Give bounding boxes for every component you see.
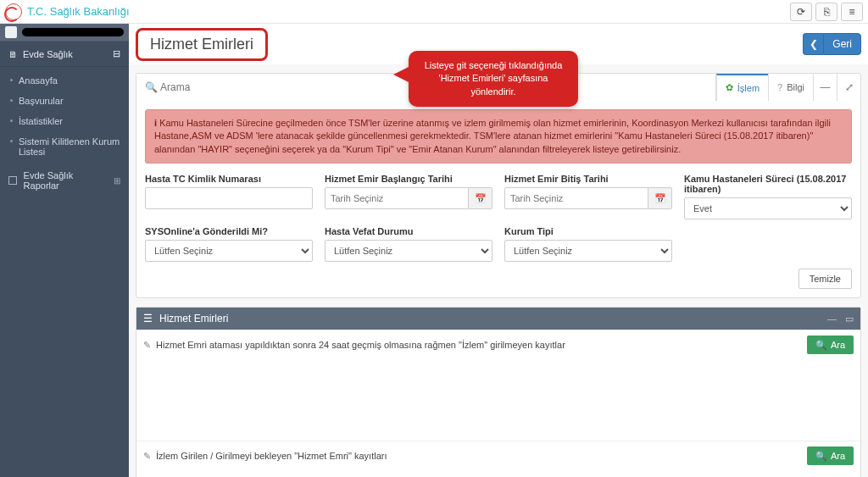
tc-label: Hasta TC Kimlik Numarası (145, 174, 313, 184)
topbar-actions: ⟳ ⎘ ≡ (790, 3, 863, 21)
sidebar-item-kilit-kurum[interactable]: Sistemi Kilitlenen Kurum Listesi (0, 131, 129, 162)
filter-actions: Temizle (136, 269, 860, 297)
sidebar-user[interactable] (0, 24, 129, 41)
sys-label: SYSOnline'a Gönderildi Mi? (145, 226, 313, 236)
refresh-button[interactable]: ⟳ (790, 3, 812, 21)
back-button-group: ❮ Geri (803, 33, 861, 55)
kamu-label: Kamu Hastaneleri Süreci (15.08.2017 itib… (684, 174, 852, 194)
search-icon: 🔍 (145, 81, 158, 93)
info-banner: i Kamu Hastaneleri Sürecine geçilmeden ö… (145, 109, 852, 164)
end-date-label: Hizmet Emir Bitiş Tarihi (504, 174, 672, 184)
list-subrow-1: ✎ Hizmet Emri ataması yapıldıktan sonra … (136, 330, 860, 359)
main: Hizmet Emirleri ❮ Geri Listeye git seçen… (129, 24, 868, 477)
search-button-label: Ara (831, 451, 845, 461)
gear-icon: ✿ (726, 82, 733, 93)
minus-icon: — (821, 81, 831, 93)
brand: T.C. Sağlık Bakanlığı (5, 3, 130, 20)
menu-icon: ≡ (849, 6, 854, 18)
list-subrow-2: ✎ İzlem Girilen / Girilmeyi bekleyen "Hi… (136, 441, 860, 470)
sidebar-section-label: Evde Sağlık (23, 49, 73, 59)
kurum-select[interactable]: Lütfen Seçiniz (504, 240, 672, 262)
callout-tail-icon (393, 66, 410, 83)
back-button[interactable]: Geri (823, 33, 861, 55)
list-icon: ☰ (143, 313, 153, 324)
list-body-2 (136, 470, 860, 477)
sidebar-item-label: Başvurular (19, 96, 64, 106)
calendar-icon: 📅 (475, 193, 487, 204)
list-panel-header: ☰ Hizmet Emirleri — ▭ (136, 308, 860, 330)
search-icon: 🔍 (815, 451, 827, 462)
edit-icon: ✎ (143, 340, 151, 351)
end-date-input[interactable] (504, 187, 648, 209)
tab-bilgi[interactable]: ? Bilgi (768, 74, 813, 101)
sidebar-reports-label: Evde Sağlık Raporlar (24, 170, 107, 191)
sidebar-item-istatistikler[interactable]: İstatistikler (0, 111, 129, 131)
sidebar-item-label: Anasayfa (19, 75, 58, 86)
refresh-icon: ⟳ (797, 6, 805, 18)
expand-button[interactable]: ⤢ (837, 74, 860, 101)
sidebar-item-label: Sistemi Kilitlenen Kurum Listesi (19, 136, 120, 157)
search-button-2[interactable]: 🔍 Ara (807, 446, 854, 465)
sidebar-items: Anasayfa Başvurular İstatistikler Sistem… (0, 67, 129, 165)
field-kamu: Kamu Hastaneleri Süreci (15.08.2017 itib… (684, 174, 852, 219)
search-button-1[interactable]: 🔍 Ara (807, 336, 854, 354)
ministry-logo-icon (5, 3, 22, 20)
page-title-highlight: Hizmet Emirleri (136, 28, 268, 61)
back-button-label: Geri (832, 38, 852, 50)
sidebar: 🗎 Evde Sağlık ⊟ Anasayfa Başvurular İsta… (0, 24, 129, 477)
calendar-icon: 📅 (654, 193, 666, 204)
clear-label: Temizle (810, 274, 841, 284)
vefat-select[interactable]: Lütfen Seçiniz (325, 240, 492, 262)
list-panel: ☰ Hizmet Emirleri — ▭ ✎ Hizmet Emri atam… (136, 307, 861, 477)
sidebar-item-raporlar[interactable]: Evde Sağlık Raporlar ⊞ (0, 165, 129, 196)
tab-islem[interactable]: ✿ İşlem (716, 74, 768, 101)
avatar (5, 26, 17, 38)
kurum-label: Kurum Tipi (504, 226, 672, 236)
back-chevron-button[interactable]: ❮ (803, 33, 823, 55)
logout-icon: ⎘ (824, 6, 830, 18)
subrow1-text: Hizmet Emri ataması yapıldıktan sonra 24… (156, 340, 565, 350)
end-date-picker-button[interactable]: 📅 (648, 187, 672, 209)
list-close-button[interactable]: ▭ (845, 313, 854, 324)
expand-diag-icon: ⤢ (845, 81, 854, 93)
tc-input[interactable] (145, 187, 313, 209)
minimize-button[interactable]: — (813, 74, 837, 101)
search-button-label: Ara (831, 340, 845, 350)
tab-bilgi-label: Bilgi (787, 82, 804, 92)
expand-icon: ⊞ (114, 176, 120, 186)
field-end-date: Hizmet Emir Bitiş Tarihi 📅 (504, 174, 672, 219)
collapse-icon: ⊟ (113, 48, 120, 59)
grid-icon (8, 176, 17, 185)
callout-text: Listeye git seçeneği tıklandığında 'Hizm… (409, 51, 578, 107)
list-panel-title: Hizmet Emirleri (159, 313, 228, 324)
sidebar-item-anasayfa[interactable]: Anasayfa (0, 70, 129, 91)
field-vefat: Hasta Vefat Durumu Lütfen Seçiniz (325, 226, 492, 262)
sys-select[interactable]: Lütfen Seçiniz (145, 240, 313, 262)
menu-button[interactable]: ≡ (841, 3, 863, 21)
clipboard-icon: 🗎 (8, 49, 18, 59)
tab-bar: ✿ İşlem ? Bilgi — ⤢ (716, 74, 860, 101)
field-tc: Hasta TC Kimlik Numarası (145, 174, 313, 219)
list-body-1 (136, 359, 860, 441)
kamu-select[interactable]: Evet (684, 197, 852, 219)
clear-button[interactable]: Temizle (798, 269, 852, 289)
sidebar-item-label: İstatistikler (19, 116, 63, 126)
info-text: Kamu Hastaneleri Sürecine geçilmeden önc… (154, 118, 831, 154)
brand-title: T.C. Sağlık Bakanlığı (27, 5, 130, 18)
logout-button[interactable]: ⎘ (815, 3, 837, 21)
list-minimize-button[interactable]: — (827, 313, 837, 324)
field-start-date: Hizmet Emir Başlangıç Tarihi 📅 (325, 174, 492, 219)
content-area: 🔍 ✿ İşlem ? Bilgi (129, 64, 868, 477)
topbar: T.C. Sağlık Bakanlığı ⟳ ⎘ ≡ (0, 0, 868, 24)
start-date-picker-button[interactable]: 📅 (469, 187, 492, 209)
search-icon: 🔍 (815, 340, 827, 351)
sidebar-section-evde-saglik[interactable]: 🗎 Evde Sağlık ⊟ (0, 41, 129, 67)
chevron-left-icon: ❮ (810, 38, 818, 50)
sidebar-item-basvurular[interactable]: Başvurular (0, 91, 129, 111)
field-kurum: Kurum Tipi Lütfen Seçiniz (504, 226, 672, 262)
tab-islem-label: İşlem (737, 83, 760, 93)
question-icon: ? (777, 82, 782, 92)
start-date-label: Hizmet Emir Başlangıç Tarihi (325, 174, 492, 184)
edit-icon: ✎ (143, 451, 151, 462)
start-date-input[interactable] (325, 187, 469, 209)
